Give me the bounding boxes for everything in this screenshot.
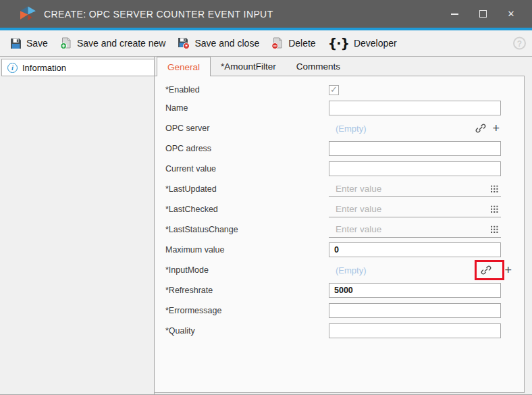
tab-bar: General *AmountFilter Comments <box>155 57 525 76</box>
checkmark-icon: ✓ <box>330 84 338 95</box>
field-label: *Enabled <box>165 85 329 95</box>
reference-empty-value: (Empty) <box>329 265 367 275</box>
save-and-close-label: Save and close <box>194 38 259 49</box>
information-label: Information <box>22 63 66 73</box>
app-window: CREATE: OPC SERVER COUNTER EVENT INPUT ✕… <box>0 0 532 395</box>
save-and-create-new-label: Save and create new <box>77 38 166 49</box>
reference-empty-value: (Empty) <box>329 124 367 134</box>
maximum-value-input[interactable] <box>329 242 501 257</box>
name-input[interactable] <box>329 101 501 115</box>
save-button[interactable]: Save <box>4 34 54 53</box>
form-row-name: Name <box>165 98 524 118</box>
minimize-icon <box>451 14 458 15</box>
current-value-input[interactable] <box>329 161 501 176</box>
form-row-refreshrate: *Refreshrate <box>165 280 524 300</box>
developer-icon: {·} <box>328 37 349 50</box>
grid-picker-icon[interactable] <box>491 185 498 192</box>
add-icon[interactable]: + <box>492 122 500 134</box>
inputmode-reference-field[interactable]: (Empty) + <box>329 260 501 280</box>
form-row-lastupdated: *LastUpdated Enter value <box>165 179 524 199</box>
maximize-icon <box>479 10 487 18</box>
content-area: i Information General *AmountFilter Comm… <box>0 57 532 394</box>
delete-label: Delete <box>288 38 315 49</box>
field-label: *LastChecked <box>165 205 329 214</box>
add-icon[interactable]: + <box>504 264 512 276</box>
close-icon: ✕ <box>508 9 515 18</box>
opc-adress-input[interactable] <box>329 141 501 156</box>
save-and-close-button[interactable]: Save and close <box>171 34 265 53</box>
save-close-icon <box>178 37 190 49</box>
field-label: *Quality <box>165 326 329 336</box>
placeholder-text: Enter value <box>336 184 381 194</box>
form-row-inputmode: *InputMode (Empty) <box>165 260 524 280</box>
highlight-annotation <box>475 260 504 280</box>
main-panel: General *AmountFilter Comments *Enabled … <box>154 57 525 394</box>
form-panel: *Enabled ✓ Name OPC server <box>155 76 525 393</box>
grid-picker-icon[interactable] <box>491 226 498 233</box>
minimize-button[interactable] <box>440 4 469 24</box>
field-label: Name <box>165 103 329 113</box>
developer-button[interactable]: {·} Developer <box>322 34 403 53</box>
link-icon[interactable] <box>481 265 491 275</box>
help-button[interactable]: ? <box>513 37 526 50</box>
quality-input[interactable] <box>329 323 501 338</box>
field-label: Current value <box>165 164 329 174</box>
delete-button[interactable]: Delete <box>265 34 321 53</box>
grid-picker-icon[interactable] <box>491 205 498 213</box>
app-logo-icon <box>20 6 36 22</box>
enabled-checkbox[interactable]: ✓ <box>329 85 339 95</box>
form-row-opc-adress: OPC adress <box>165 138 524 159</box>
titlebar: CREATE: OPC SERVER COUNTER EVENT INPUT ✕ <box>0 0 532 28</box>
form-row-laststatuschange: *LastStatusChange Enter value <box>165 219 524 240</box>
lastupdated-input[interactable]: Enter value <box>329 182 501 197</box>
tab-general[interactable]: General <box>157 57 211 76</box>
placeholder-text: Enter value <box>336 224 381 234</box>
developer-label: Developer <box>354 38 397 49</box>
errormessage-input[interactable] <box>329 303 501 318</box>
form-row-quality: *Quality <box>165 321 524 341</box>
help-icon: ? <box>517 38 522 48</box>
close-button[interactable]: ✕ <box>497 4 525 24</box>
laststatuschange-input[interactable]: Enter value <box>329 222 501 238</box>
save-label: Save <box>26 38 48 49</box>
tab-amountfilter[interactable]: *AmountFilter <box>211 57 286 76</box>
field-label: OPC server <box>165 124 329 133</box>
field-label: OPC adress <box>165 144 329 153</box>
form-row-errormessage: *Errormessage <box>165 300 524 321</box>
link-icon[interactable] <box>475 123 486 134</box>
lastchecked-input[interactable]: Enter value <box>329 202 501 217</box>
field-label: *LastUpdated <box>165 184 329 194</box>
save-icon <box>10 38 22 49</box>
delete-icon <box>271 37 284 49</box>
form-row-enabled: *Enabled ✓ <box>165 82 524 98</box>
toolbar: Save Save and create new <box>0 30 532 57</box>
window-controls: ✕ <box>440 4 525 24</box>
placeholder-text: Enter value <box>336 204 381 214</box>
form-row-maximum-value: Maximum value <box>165 240 524 260</box>
refreshrate-input[interactable] <box>329 283 501 298</box>
save-create-new-icon <box>60 37 72 49</box>
window-title: CREATE: OPC SERVER COUNTER EVENT INPUT <box>44 9 273 20</box>
field-label: *LastStatusChange <box>165 225 329 234</box>
opc-server-reference-field[interactable]: (Empty) + <box>329 118 501 138</box>
field-label: *Refreshrate <box>165 286 329 295</box>
field-label: *Errormessage <box>165 306 329 315</box>
form-row-lastchecked: *LastChecked Enter value <box>165 199 524 219</box>
sidebar-item-information[interactable]: i Information <box>1 59 155 76</box>
tab-comments[interactable]: Comments <box>286 57 350 76</box>
save-and-create-new-button[interactable]: Save and create new <box>54 34 172 53</box>
form-row-opc-server: OPC server (Empty) + <box>165 118 524 138</box>
field-label: *InputMode <box>165 265 329 275</box>
maximize-button[interactable] <box>469 4 497 24</box>
field-label: Maximum value <box>165 245 329 255</box>
info-icon: i <box>7 63 18 73</box>
form-row-current-value: Current value <box>165 159 524 179</box>
